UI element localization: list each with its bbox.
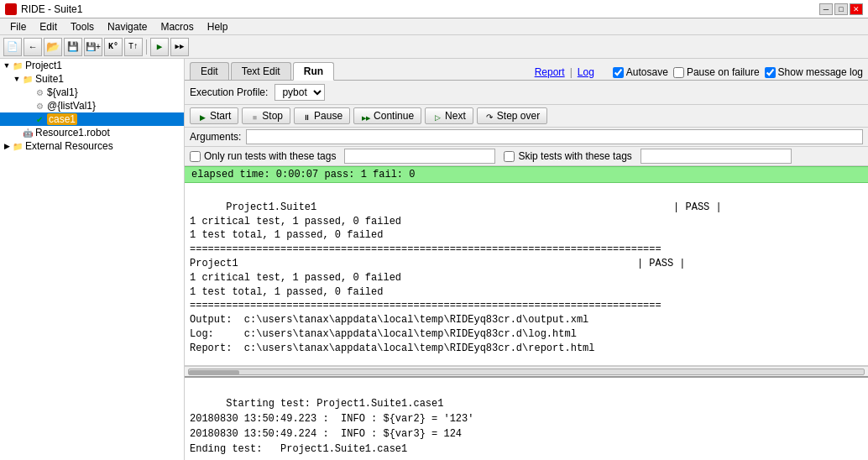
- pause-label: Pause: [314, 110, 342, 122]
- output-line-3: ========================================…: [190, 243, 661, 255]
- gear-icon-val1: ⚙: [34, 86, 45, 98]
- output-line-9: Log: c:\users\tanax\appdata\local\temp\R…: [190, 328, 577, 340]
- output-line-4: Project1 | PASS |: [190, 258, 686, 269]
- show-message-log-checkbox[interactable]: [765, 67, 776, 78]
- toolbar-open-folder[interactable]: 📂: [44, 38, 62, 56]
- pause-button[interactable]: Pause: [294, 107, 350, 124]
- title-text: RIDE - Suite1: [21, 3, 819, 15]
- scroll-track[interactable]: [188, 369, 865, 375]
- toolbar-save[interactable]: 💾: [64, 38, 82, 56]
- output-line-0: Project1.Suite1 | PASS |: [226, 201, 722, 213]
- menu-macros[interactable]: Macros: [154, 19, 200, 34]
- menu-navigate[interactable]: Navigate: [101, 19, 154, 34]
- autosave-checkbox[interactable]: [613, 67, 624, 78]
- menu-help[interactable]: Help: [201, 19, 235, 34]
- next-icon: [432, 111, 442, 121]
- start-button[interactable]: Start: [190, 107, 238, 124]
- tree-label-external: External Resources: [25, 140, 113, 152]
- only-run-checkbox[interactable]: [190, 151, 201, 162]
- execution-profile-row: Execution Profile: pybot: [185, 81, 868, 105]
- expand-icon-suite1: ▼: [12, 74, 22, 84]
- only-run-group: Only run tests with these tags: [190, 150, 336, 162]
- toolbar-save2[interactable]: 💾+: [84, 38, 102, 56]
- gear-icon-listval1: ⚙: [34, 100, 45, 112]
- toolbar-t[interactable]: T↑: [124, 38, 143, 56]
- tree-item-val1[interactable]: ⚙ ${val1}: [0, 86, 184, 99]
- stop-button[interactable]: Stop: [242, 107, 290, 124]
- autosave-label: Autosave: [626, 66, 668, 78]
- pause-on-failure-group[interactable]: Pause on failure: [673, 66, 760, 78]
- tree-item-suite1[interactable]: ▼ 📁 Suite1: [0, 72, 184, 86]
- status-text: elapsed time: 0:00:07 pass: 1 fail: 0: [191, 169, 415, 180]
- toolbar-new[interactable]: 📄: [3, 38, 22, 56]
- tab-run[interactable]: Run: [293, 62, 334, 81]
- step-over-icon: [484, 111, 494, 121]
- menu-file[interactable]: File: [3, 19, 33, 34]
- tree-label-listval1: @{listVal1}: [47, 100, 96, 112]
- tree-label-case1: case1: [47, 113, 77, 125]
- next-button[interactable]: Next: [425, 107, 473, 124]
- autosave-group[interactable]: Autosave: [613, 66, 668, 78]
- output-line-7: ========================================…: [190, 300, 661, 311]
- report-link[interactable]: Report: [535, 66, 565, 78]
- arguments-input[interactable]: [246, 129, 863, 144]
- stop-label: Stop: [262, 110, 283, 122]
- toolbar-back[interactable]: ←: [24, 38, 42, 56]
- right-panel: Edit Text Edit Run Report | Log Autosave…: [185, 59, 868, 460]
- window-controls: ─ □ ✕: [819, 3, 863, 15]
- toolbar-separator: [146, 39, 147, 55]
- expand-icon-project1: ▼: [2, 60, 12, 71]
- skip-input[interactable]: [641, 149, 792, 164]
- tab-edit[interactable]: Edit: [190, 62, 229, 80]
- output-line-2: 1 test total, 1 passed, 0 failed: [190, 229, 383, 241]
- skip-checkbox[interactable]: [504, 151, 515, 162]
- toolbar-run-key[interactable]: K°: [104, 38, 123, 56]
- tree-item-case1[interactable]: ✔ case1: [0, 112, 184, 126]
- folder-icon-suite1: 📁: [22, 73, 34, 85]
- profile-label: Execution Profile:: [190, 86, 268, 98]
- menu-tools[interactable]: Tools: [64, 19, 101, 34]
- tree-item-resource1[interactable]: 🤖 Resource1.robot: [0, 126, 184, 139]
- continue-button[interactable]: Continue: [353, 107, 421, 124]
- tree-label-val1: ${val1}: [47, 86, 78, 98]
- minimize-button[interactable]: ─: [819, 3, 833, 15]
- arguments-row: Arguments:: [185, 128, 868, 147]
- continue-label: Continue: [374, 110, 414, 122]
- only-run-input[interactable]: [344, 149, 495, 164]
- app-icon: [5, 3, 17, 15]
- horizontal-scrollbar[interactable]: [185, 366, 868, 376]
- output-line-6: 1 test total, 1 passed, 0 failed: [190, 286, 383, 298]
- output-area[interactable]: Project1.Suite1 | PASS | 1 critical test…: [185, 183, 868, 366]
- pause-on-failure-checkbox[interactable]: [673, 67, 684, 78]
- profile-select[interactable]: pybot: [275, 84, 325, 101]
- tab-text-edit[interactable]: Text Edit: [231, 62, 291, 80]
- spacer-resource1: [12, 128, 22, 138]
- log-line-3: Ending test: Project1.Suite1.case1: [190, 443, 407, 455]
- output-line-5: 1 critical test, 1 passed, 0 failed: [190, 272, 401, 284]
- menu-edit[interactable]: Edit: [33, 19, 64, 34]
- pause-icon: [301, 111, 311, 121]
- run-buttons-row: Start Stop Pause Continue Next Step over: [185, 105, 868, 128]
- show-message-log-group[interactable]: Show message log: [765, 66, 863, 78]
- status-bar: elapsed time: 0:00:07 pass: 1 fail: 0: [185, 166, 868, 183]
- tree-item-external[interactable]: ▶ 📁 External Resources: [0, 139, 184, 153]
- output-line-8: Output: c:\users\tanax\appdata\local\tem…: [190, 314, 588, 326]
- start-label: Start: [210, 110, 231, 122]
- show-message-log-label: Show message log: [778, 66, 863, 78]
- tree-item-project1[interactable]: ▼ 📁 Project1: [0, 59, 184, 72]
- log-link[interactable]: Log: [578, 66, 594, 78]
- close-button[interactable]: ✕: [850, 3, 863, 15]
- tree-item-listval1[interactable]: ⚙ @{listVal1}: [0, 99, 184, 112]
- output-line-1: 1 critical test, 1 passed, 0 failed: [190, 216, 401, 227]
- main-layout: ▼ 📁 Project1 ▼ 📁 Suite1 ⚙ ${val1} ⚙ @{li…: [0, 59, 868, 460]
- log-line-0: Starting test: Project1.Suite1.case1: [226, 398, 443, 410]
- scroll-thumb[interactable]: [189, 370, 239, 375]
- skip-label: Skip tests with these tags: [518, 150, 631, 162]
- tree-panel: ▼ 📁 Project1 ▼ 📁 Suite1 ⚙ ${val1} ⚙ @{li…: [0, 59, 185, 460]
- toolbar-run2[interactable]: ▶▶: [170, 38, 189, 56]
- maximize-button[interactable]: □: [834, 3, 848, 15]
- toolbar-play[interactable]: ▶: [150, 38, 169, 56]
- step-over-button[interactable]: Step over: [477, 107, 547, 124]
- log-panel[interactable]: Starting test: Project1.Suite1.case1 201…: [185, 376, 868, 460]
- log-line-2: 20180830 13:50:49.224 : INFO : ${var3} =…: [190, 428, 462, 440]
